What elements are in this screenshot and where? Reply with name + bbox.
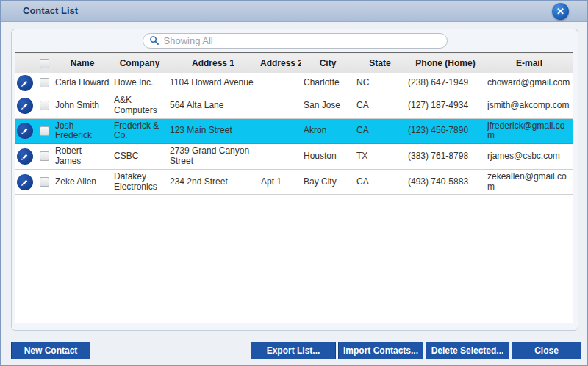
header-address1: Address 1 [168, 53, 259, 73]
row-checkbox[interactable] [40, 151, 49, 161]
cell-name: Robert James [53, 144, 112, 170]
cell-email: choward@gmail.com [485, 73, 573, 93]
cell-address1: 123 Main Street [168, 118, 259, 144]
row-checkbox[interactable] [40, 101, 49, 110]
cell-city: Charlotte [301, 73, 354, 93]
checkbox-cell [35, 169, 53, 195]
cell-address2: Apt 1 [259, 169, 301, 195]
checkbox-cell [35, 118, 53, 144]
cell-name: Carla Howard [53, 73, 112, 93]
cell-address1: 2739 Grand Canyon Street [168, 144, 259, 170]
titlebar: Contact List ✕ [1, 1, 587, 22]
table-row[interactable]: Josh Frederick Frederick & Co. 123 Main … [15, 118, 573, 144]
cell-phone: (238) 647-1949 [406, 73, 485, 93]
cell-state: TX [354, 144, 406, 170]
cell-address2 [259, 73, 301, 93]
cell-phone: (383) 761-8798 [406, 144, 485, 170]
search-input[interactable] [162, 35, 441, 47]
edit-cell [15, 73, 35, 93]
table-row[interactable]: John Smith A&K Computers 564 Alta Lane S… [15, 93, 573, 119]
search-row [12, 29, 578, 51]
cell-state: CA [354, 93, 406, 119]
header-name: Name [53, 53, 112, 73]
edit-cell [15, 118, 35, 144]
table-row[interactable]: Zeke Allen Datakey Electronics 234 2nd S… [15, 169, 573, 195]
close-icon[interactable]: ✕ [552, 3, 569, 20]
cell-address2 [259, 93, 301, 119]
cell-address2 [259, 118, 301, 144]
cell-city: San Jose [301, 93, 354, 119]
edit-contact-button[interactable] [17, 98, 33, 114]
search-field[interactable] [143, 33, 448, 49]
pencil-icon [17, 176, 33, 188]
pencil-icon [17, 125, 33, 137]
cell-company: CSBC [112, 144, 168, 170]
cell-email: zekeallen@gmail.com [485, 169, 573, 195]
cell-company: Howe Inc. [112, 73, 168, 93]
cell-phone: (123) 456-7890 [406, 118, 485, 144]
new-contact-button[interactable]: New Contact [11, 342, 90, 359]
checkbox-cell [35, 93, 53, 119]
cell-city: Houston [301, 144, 354, 170]
contact-table-body: Carla Howard Howe Inc. 1104 Howard Avenu… [15, 73, 573, 195]
pencil-icon [17, 77, 33, 89]
edit-contact-button[interactable] [17, 174, 33, 190]
delete-selected-button[interactable]: Delete Selected... [426, 342, 509, 359]
close-button[interactable]: Close [512, 342, 581, 359]
search-icon [149, 35, 159, 46]
header-city: City [301, 53, 354, 73]
select-all-checkbox[interactable] [40, 59, 49, 68]
cell-city: Akron [301, 118, 354, 144]
export-list-button[interactable]: Export List... [251, 342, 336, 359]
edit-column-header [15, 53, 35, 73]
select-all-header [35, 53, 53, 73]
contact-table: Name Company Address 1 Address 2 City St… [15, 52, 573, 323]
pencil-icon [17, 100, 33, 112]
row-checkbox[interactable] [40, 126, 49, 136]
header-address2: Address 2 [259, 53, 301, 73]
header-email: E-mail [485, 53, 573, 73]
header-company: Company [112, 53, 168, 73]
cell-address2 [259, 144, 301, 170]
cell-name: Zeke Allen [53, 169, 112, 195]
edit-contact-button[interactable] [17, 148, 33, 165]
dialog-title: Contact List [23, 5, 78, 16]
cell-company: Datakey Electronics [112, 169, 168, 195]
row-checkbox[interactable] [40, 177, 49, 187]
checkbox-cell [35, 144, 53, 170]
cell-email: rjames@csbc.com [485, 144, 573, 170]
cell-email: jsmith@akcomp.com [485, 93, 573, 119]
row-checkbox[interactable] [40, 78, 49, 87]
edit-cell [15, 93, 35, 119]
edit-contact-button[interactable] [17, 123, 33, 139]
cell-company: Frederick & Co. [112, 118, 168, 144]
cell-address1: 234 2nd Street [168, 169, 259, 195]
cell-city: Bay City [301, 169, 354, 195]
edit-cell [15, 169, 35, 195]
cell-name: Josh Frederick [53, 118, 112, 144]
edit-contact-button[interactable] [17, 75, 33, 91]
cell-state: CA [354, 169, 406, 195]
edit-cell [15, 144, 35, 170]
table-row[interactable]: Robert James CSBC 2739 Grand Canyon Stre… [15, 144, 573, 170]
pencil-icon [17, 151, 33, 162]
cell-state: CA [354, 118, 406, 144]
cell-state: NC [354, 73, 406, 93]
table-header: Name Company Address 1 Address 2 City St… [15, 53, 573, 73]
contact-list-dialog: Contact List ✕ [0, 0, 588, 366]
cell-company: A&K Computers [112, 93, 168, 119]
contact-panel: Name Company Address 1 Address 2 City St… [11, 29, 578, 331]
header-state: State [354, 53, 406, 73]
cell-phone: (127) 187-4934 [406, 93, 485, 119]
table-row[interactable]: Carla Howard Howe Inc. 1104 Howard Avenu… [15, 73, 573, 93]
cell-phone: (493) 740-5883 [406, 169, 485, 195]
cell-address1: 1104 Howard Avenue [168, 73, 259, 93]
checkbox-cell [35, 73, 53, 93]
import-contacts-button[interactable]: Import Contacts... [338, 342, 423, 359]
cell-address1: 564 Alta Lane [168, 93, 259, 119]
cell-name: John Smith [53, 93, 112, 119]
cell-email: jfrederick@gmail.com [485, 118, 573, 144]
header-phone: Phone (Home) [406, 53, 485, 73]
